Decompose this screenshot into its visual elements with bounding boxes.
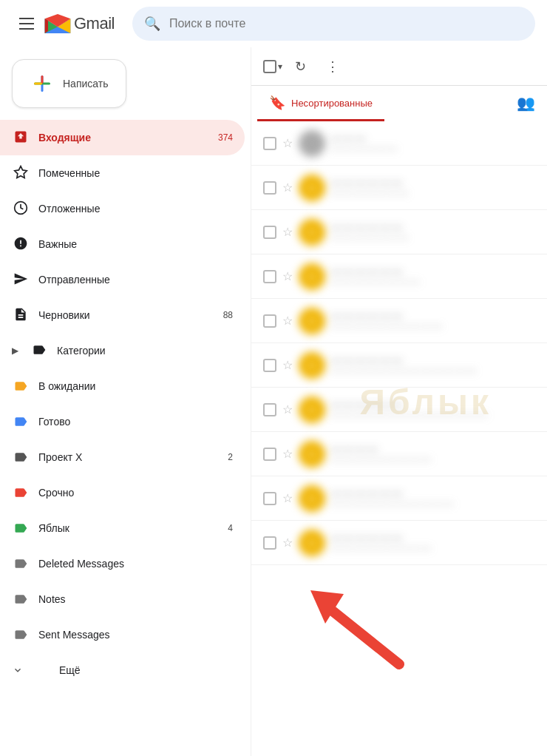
email-subject: — — — — — — — — — [331, 454, 535, 465]
email-item[interactable]: ☆ G — — — — — — — — — — — — — — — — — [251, 476, 547, 521]
label-icon-wrap [30, 342, 48, 360]
menu-button[interactable] [12, 9, 41, 38]
sidebar-item-yablyk-badge: 4 [228, 523, 233, 533]
sidebar-item-sent_msgs[interactable]: Sent Messages [0, 617, 245, 652]
email-star-icon[interactable]: ☆ [282, 358, 293, 372]
clock-icon [13, 200, 28, 217]
label-icon-wrap [12, 448, 30, 466]
sidebar-item-important[interactable]: Важные [0, 226, 245, 262]
star-icon-wrap [12, 164, 30, 182]
compose-label: Написать [63, 78, 108, 90]
email-checkbox[interactable] [263, 270, 276, 283]
email-checkbox[interactable] [263, 314, 276, 328]
email-avatar: G [299, 530, 325, 556]
email-item[interactable]: ☆ G — — — — — — — — — — — — — [251, 432, 547, 476]
sidebar-item-project_x[interactable]: Проект Х 2 [0, 439, 245, 475]
email-checkbox[interactable] [263, 448, 276, 461]
email-star-icon[interactable]: ☆ [282, 225, 293, 239]
email-star-icon[interactable]: ☆ [282, 447, 293, 461]
compose-plus-icon [30, 72, 54, 95]
email-sender: — — — — — — [331, 310, 535, 321]
select-dropdown-icon[interactable]: ▾ [278, 61, 282, 72]
tab-unsorted-label: Несортированные [291, 98, 373, 109]
sidebar-item-inbox-label: Входящие [38, 132, 209, 144]
svg-marker-4 [15, 166, 27, 178]
sidebar-item-starred[interactable]: Помеченные [0, 155, 245, 191]
sidebar-item-deleted[interactable]: Deleted Messages [0, 546, 245, 581]
sidebar-item-sent_msgs-label: Sent Messages [38, 629, 233, 641]
sidebar-item-snoozed-label: Отложенные [38, 203, 233, 215]
email-checkbox[interactable] [263, 536, 276, 550]
email-item[interactable]: ☆ — — — — — — — — — [251, 121, 547, 166]
sidebar-item-snoozed[interactable]: Отложенные [0, 191, 245, 226]
email-item[interactable]: ☆ G — — — — — — — — — — — — — — — — [251, 299, 547, 343]
refresh-button[interactable]: ↻ [285, 52, 315, 81]
email-star-icon[interactable]: ☆ [282, 536, 293, 550]
email-body: — — — — — — — — — — — — — [331, 443, 535, 465]
label-icon-wrap [12, 377, 30, 395]
tab-unsorted[interactable]: 🔖 Несортированные [257, 86, 384, 120]
email-item[interactable]: ☆ G — — — — — — — — — — — — — — — [251, 521, 547, 565]
label-icon-wrap [12, 484, 30, 502]
email-subject: — — — — — — — [331, 188, 535, 198]
email-avatar: G [299, 263, 325, 290]
sidebar-item-yablyk-label: Яблык [38, 522, 219, 534]
email-checkbox[interactable] [263, 226, 276, 239]
email-star-icon[interactable]: ☆ [282, 180, 293, 195]
sent-icon [13, 271, 28, 288]
label-icon [13, 379, 28, 394]
sidebar-item-more[interactable]: Ещё [0, 652, 245, 688]
email-star-icon[interactable]: ☆ [282, 269, 293, 283]
select-all-checkbox[interactable] [263, 60, 276, 73]
email-checkbox[interactable] [263, 492, 276, 505]
email-item[interactable]: ☆ G — — — — — — — — — — — — — [251, 166, 547, 210]
email-checkbox[interactable] [263, 403, 276, 416]
email-checkbox[interactable] [263, 137, 276, 150]
tabs-row: 🔖 Несортированные 👥 [251, 86, 547, 121]
sidebar-item-urgent[interactable]: Срочно [0, 475, 245, 510]
email-star-icon[interactable]: ☆ [282, 402, 293, 416]
sidebar-item-done[interactable]: Готово [0, 404, 245, 439]
tab-people-icon[interactable]: 👥 [511, 88, 541, 118]
label-icon [13, 485, 28, 500]
sidebar-item-yablyk[interactable]: Яблык 4 [0, 510, 245, 546]
email-item[interactable]: ☆ G — — — — — — — — — — — — — — [251, 254, 547, 299]
more-options-button[interactable]: ⋮ [318, 52, 347, 81]
label-icon [32, 342, 47, 360]
email-star-icon[interactable]: ☆ [282, 314, 293, 328]
compose-button[interactable]: Написать [12, 59, 126, 108]
email-sender: — — — — — — [331, 399, 535, 410]
sidebar-item-drafts[interactable]: Черновики 88 [0, 297, 245, 333]
email-checkbox[interactable] [263, 181, 276, 195]
sidebar-item-pending-label: В ожидании [38, 380, 233, 392]
sidebar-item-pending[interactable]: В ожидании [0, 368, 245, 404]
email-sender: — — — — — — [331, 177, 535, 188]
sidebar-item-sent[interactable]: Отправленные [0, 262, 245, 297]
email-star-icon[interactable]: ☆ [282, 136, 293, 150]
email-item[interactable]: ☆ G — — — — — — — — — — — — — — — — — — … [251, 343, 547, 388]
sidebar-item-inbox[interactable]: Входящие 374 [0, 120, 245, 155]
sidebar-item-categories[interactable]: ▶ Категории [0, 333, 245, 368]
label-icon [13, 627, 28, 642]
email-checkbox[interactable] [263, 359, 276, 372]
select-all-wrap: ▾ [263, 60, 282, 73]
email-subject: — — — — — — — [331, 232, 535, 243]
email-avatar: G [299, 352, 325, 379]
hamburger-line [19, 23, 34, 24]
inbox-icon [13, 129, 28, 146]
email-item[interactable]: ☆ G — — — — — — — — — — — — — [251, 210, 547, 254]
sidebar-item-urgent-label: Срочно [38, 487, 233, 499]
label-icon-wrap [12, 626, 30, 644]
sidebar-item-project_x-badge: 2 [228, 452, 233, 462]
sidebar-item-notes[interactable]: Notes [0, 581, 245, 617]
email-sender: — — — — — — [331, 354, 535, 365]
search-input[interactable] [169, 17, 523, 30]
email-item[interactable]: ☆ G — — — — — — — — — — — — — — — — — — … [251, 388, 547, 432]
sidebar-item-more-label: Ещё [59, 664, 233, 676]
email-subject: — — — — — — — — — — — — — [331, 365, 535, 376]
email-subject: — — — — — — — — — — — [331, 499, 535, 509]
email-star-icon[interactable]: ☆ [282, 491, 293, 505]
email-body: — — — — — — — — — — — — — — — [331, 532, 535, 553]
email-subject: — — — — — — — — — [331, 543, 535, 553]
label-icon-wrap [12, 555, 30, 573]
